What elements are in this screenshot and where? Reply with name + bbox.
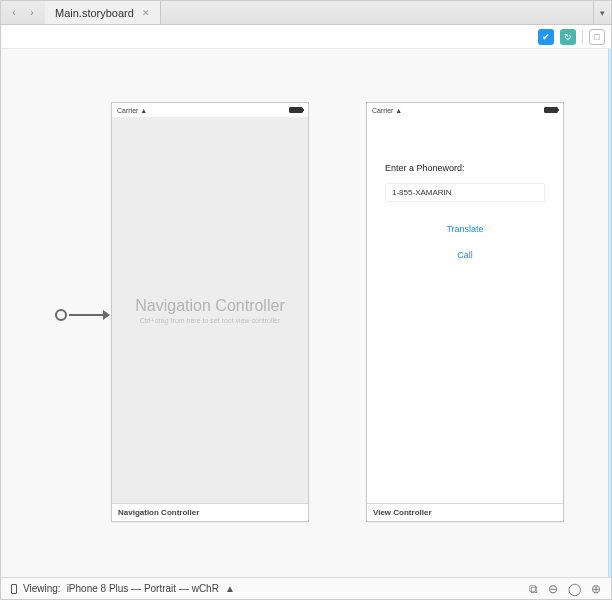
navigation-controller-hint: Ctrl+drag from here to set root view con… bbox=[140, 317, 281, 324]
battery-icon bbox=[289, 107, 303, 113]
device-status-bar: Carrier ▲ bbox=[367, 103, 563, 117]
view-controller-body: Enter a Phoneword: 1-855-XAMARIN Transla… bbox=[367, 117, 563, 503]
right-panel-edge[interactable] bbox=[608, 49, 611, 577]
carrier-label: Carrier bbox=[117, 107, 138, 114]
carrier-label: Carrier bbox=[372, 107, 393, 114]
forward-button[interactable]: › bbox=[25, 6, 39, 20]
designer-toolbar: ✔ ↻ □ bbox=[1, 25, 611, 49]
close-tab-icon[interactable]: ✕ bbox=[142, 8, 150, 18]
scene-footer-label: Navigation Controller bbox=[112, 503, 308, 521]
ide-window: ‹ › Main.storyboard ✕ ▾ ✔ ↻ □ Carrier ▲ bbox=[0, 0, 612, 600]
designer-status-bar: Viewing: iPhone 8 Plus — Portrait — wChR… bbox=[1, 577, 611, 599]
back-button[interactable]: ‹ bbox=[7, 6, 21, 20]
storyboard-canvas[interactable]: Carrier ▲ Navigation Controller Ctrl+dra… bbox=[1, 49, 611, 577]
device-status-bar: Carrier ▲ bbox=[112, 103, 308, 117]
wifi-icon: ▲ bbox=[140, 107, 147, 114]
entry-point-dot[interactable] bbox=[55, 309, 67, 321]
frames-mode-button[interactable]: ↻ bbox=[560, 29, 576, 45]
phoneword-prompt-label: Enter a Phoneword: bbox=[385, 163, 545, 173]
call-button[interactable]: Call bbox=[385, 250, 545, 260]
viewing-prefix: Viewing: bbox=[23, 583, 61, 594]
zoom-in-button[interactable]: ⊕ bbox=[591, 582, 601, 596]
tab-bar: ‹ › Main.storyboard ✕ ▾ bbox=[1, 1, 611, 25]
zoom-reset-button[interactable]: ◯ bbox=[568, 582, 581, 596]
layout-view-button[interactable]: □ bbox=[589, 29, 605, 45]
wifi-icon: ▲ bbox=[395, 107, 402, 114]
document-tab[interactable]: Main.storyboard ✕ bbox=[45, 1, 161, 24]
scene-footer-label: View Controller bbox=[367, 503, 563, 521]
device-icon bbox=[11, 584, 17, 594]
entry-point-arrow bbox=[69, 314, 109, 316]
tab-overflow-button[interactable]: ▾ bbox=[593, 1, 611, 24]
history-nav: ‹ › bbox=[1, 1, 45, 24]
translate-button[interactable]: Translate bbox=[385, 224, 545, 234]
constraints-mode-button[interactable]: ✔ bbox=[538, 29, 554, 45]
view-controller-scene[interactable]: Carrier ▲ Enter a Phoneword: 1-855-XAMAR… bbox=[366, 102, 564, 522]
zoom-fit-button[interactable]: ⧉ bbox=[529, 582, 538, 596]
navigation-controller-scene[interactable]: Carrier ▲ Navigation Controller Ctrl+dra… bbox=[111, 102, 309, 522]
viewing-device: iPhone 8 Plus — Portrait — wChR bbox=[67, 583, 219, 594]
zoom-out-button[interactable]: ⊖ bbox=[548, 582, 558, 596]
battery-icon bbox=[544, 107, 558, 113]
warning-icon[interactable]: ▲ bbox=[225, 583, 235, 594]
navigation-controller-title: Navigation Controller bbox=[135, 297, 284, 315]
phoneword-text-field[interactable]: 1-855-XAMARIN bbox=[385, 183, 545, 202]
zoom-controls: ⧉ ⊖ ◯ ⊕ bbox=[529, 582, 601, 596]
navigation-controller-body: Navigation Controller Ctrl+drag from her… bbox=[112, 117, 308, 503]
tab-title: Main.storyboard bbox=[55, 7, 134, 19]
